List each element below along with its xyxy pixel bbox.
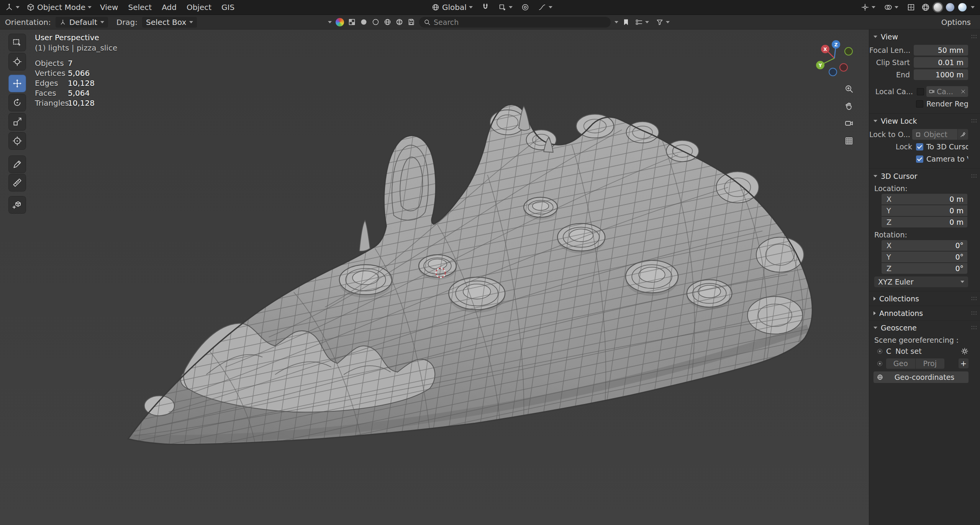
camera-view-button[interactable] (841, 116, 857, 131)
chevron-down-icon[interactable] (971, 6, 975, 8)
tool-rotate[interactable] (9, 94, 26, 111)
menu-select[interactable]: Select (123, 3, 157, 12)
sphere-icon[interactable] (360, 18, 368, 26)
crs-radio[interactable] (878, 349, 882, 353)
tool-transform[interactable] (9, 132, 26, 149)
filter-dropdown[interactable] (654, 15, 671, 29)
orientation-setting-label: Orientation: (5, 18, 51, 27)
cursor-location-x-slider[interactable]: X0 m (882, 194, 967, 204)
clip-end-field[interactable]: 1000 m (914, 69, 968, 80)
shading-solid-button[interactable] (932, 2, 943, 13)
local-camera-checkbox[interactable] (917, 88, 924, 95)
tool-scale[interactable] (9, 113, 26, 130)
cursor-rotation-z-slider[interactable]: Z0° (882, 263, 967, 274)
close-x-icon[interactable] (960, 89, 966, 94)
cursor-rotation-y-slider[interactable]: Y0° (882, 252, 967, 262)
geo-button[interactable]: Geo (886, 358, 915, 369)
panel-3d-cursor-body: Location: X0 m Y0 m Z0 m Rotation: X0° Y… (869, 183, 980, 291)
bookmark-icon[interactable] (622, 18, 630, 26)
drag-setting-dropdown[interactable]: Select Box (142, 17, 197, 28)
orientation-label: Global (442, 3, 467, 12)
cursor-location-y-slider[interactable]: Y0 m (882, 205, 967, 216)
render-region-checkbox[interactable] (916, 100, 923, 108)
menu-gis[interactable]: GIS (216, 3, 239, 12)
axis-y-negative-ball[interactable] (845, 47, 852, 55)
options-label: Options (941, 18, 971, 27)
show-overlays-button[interactable] (880, 0, 902, 15)
tool-select-box[interactable] (9, 34, 26, 51)
axis-x-negative-ball[interactable] (840, 64, 847, 71)
clip-start-field[interactable]: 0.01 m (914, 57, 968, 68)
focal-length-field[interactable]: 50 mm (914, 45, 968, 56)
shading-rendered-button[interactable] (957, 2, 968, 13)
tool-measure[interactable] (9, 174, 26, 191)
display-settings-dropdown[interactable] (634, 15, 651, 29)
orientation-setting-dropdown[interactable]: Default (56, 17, 108, 28)
panel-grip[interactable] (971, 311, 977, 316)
search-box[interactable] (419, 17, 611, 28)
shading-material-button[interactable] (945, 2, 955, 13)
lock-to-3d-cursor-checkbox[interactable] (916, 143, 923, 150)
transform-orientation-dropdown[interactable]: Global (428, 0, 476, 15)
panel-grip[interactable] (971, 173, 977, 178)
cursor-rotation-x-slider[interactable]: X0° (882, 240, 967, 251)
panel-annotations-header[interactable]: Annotations (869, 306, 980, 320)
proj-button[interactable]: Proj (915, 358, 945, 369)
collapse-chevron-icon[interactable] (328, 21, 332, 23)
editor-type-selector[interactable] (2, 0, 23, 15)
proportional-editing-button[interactable] (518, 0, 533, 15)
lock-object-field[interactable]: Object (912, 129, 957, 140)
rainbow-sphere-icon[interactable] (336, 18, 344, 26)
panel-geoscene-header[interactable]: Geoscene (869, 321, 980, 335)
chevron-down-icon (549, 6, 552, 8)
menu-add[interactable]: Add (157, 3, 182, 12)
tool-annotate[interactable] (9, 156, 26, 173)
add-crs-button[interactable]: + (959, 358, 969, 368)
search-input[interactable] (434, 18, 606, 26)
axis-z-negative-ball[interactable] (829, 68, 837, 76)
navigation-gizmo[interactable]: X Z Y (807, 31, 862, 87)
local-camera-field[interactable]: Ca... (926, 86, 968, 97)
tool-add-cube[interactable] (9, 196, 26, 213)
orthographic-grid-button[interactable] (841, 133, 857, 149)
tool-move[interactable] (9, 75, 26, 92)
save-icon[interactable] (407, 18, 415, 26)
eyedropper-icon[interactable] (958, 129, 968, 140)
show-gizmos-button[interactable] (857, 0, 879, 15)
chevron-down-icon (873, 175, 877, 177)
rotation-order-dropdown[interactable]: XYZ Euler (874, 276, 968, 287)
panel-grip[interactable] (971, 325, 977, 330)
options-button[interactable]: Options (937, 15, 975, 29)
menu-view[interactable]: View (95, 3, 123, 12)
pan-hand-button[interactable] (841, 98, 857, 114)
toggle-xray-button[interactable] (903, 0, 919, 15)
panel-3d-cursor-header[interactable]: 3D Cursor (869, 169, 980, 183)
checker-icon[interactable] (348, 18, 356, 26)
world-icon[interactable] (383, 18, 392, 26)
menu-object[interactable]: Object (182, 3, 216, 12)
sphere-outline-icon[interactable] (372, 18, 380, 26)
gear-icon[interactable] (961, 347, 969, 355)
panel-grip[interactable] (971, 296, 977, 301)
camera-to-view-checkbox[interactable] (916, 155, 923, 163)
pizza-mesh[interactable] (87, 75, 862, 474)
geo-coordinates-button[interactable]: Geo-coordinates (873, 371, 969, 383)
zoom-button[interactable] (841, 81, 857, 96)
snap-target-dropdown[interactable] (495, 0, 516, 15)
chevron-down-icon (189, 21, 193, 23)
panel-grip[interactable] (971, 34, 977, 39)
cursor-location-z-slider[interactable]: Z0 m (882, 217, 967, 227)
falloff-dropdown[interactable] (534, 0, 556, 15)
clip-start-label: Clip Start (869, 58, 914, 67)
panel-view-lock-header[interactable]: View Lock (869, 114, 980, 128)
snap-toggle-button[interactable] (478, 0, 493, 15)
grid-globe-icon[interactable] (395, 18, 403, 26)
mode-selector[interactable]: Object Mode (23, 0, 95, 15)
panel-view-header[interactable]: View (869, 29, 980, 44)
shading-wireframe-button[interactable] (920, 2, 931, 13)
search-history-chevron-icon[interactable] (615, 21, 618, 23)
tool-cursor[interactable] (9, 53, 26, 70)
panel-grip[interactable] (971, 118, 977, 123)
panel-collections-header[interactable]: Collections (869, 291, 980, 306)
projection-radio[interactable] (878, 361, 882, 366)
